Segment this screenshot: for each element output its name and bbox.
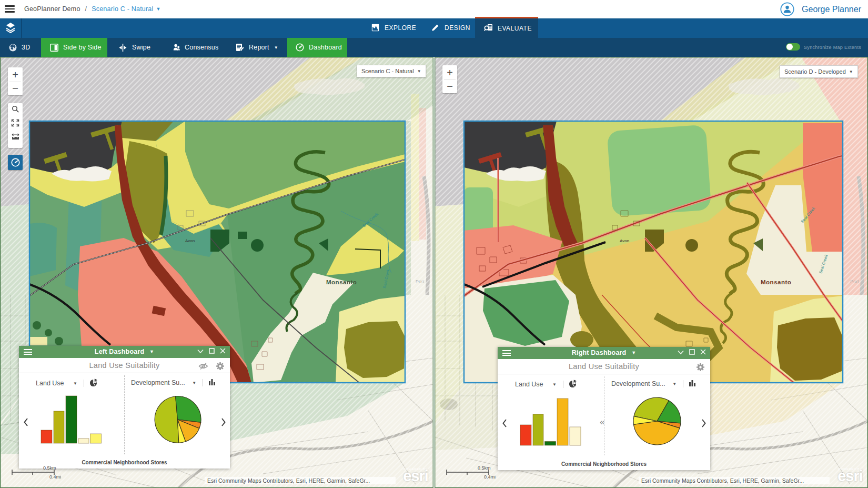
svg-text:Avon: Avon	[185, 238, 195, 243]
svg-text:Avon: Avon	[620, 238, 629, 243]
svg-text:Monsanto: Monsanto	[761, 279, 791, 285]
svg-text:Monsanto: Monsanto	[326, 279, 357, 285]
